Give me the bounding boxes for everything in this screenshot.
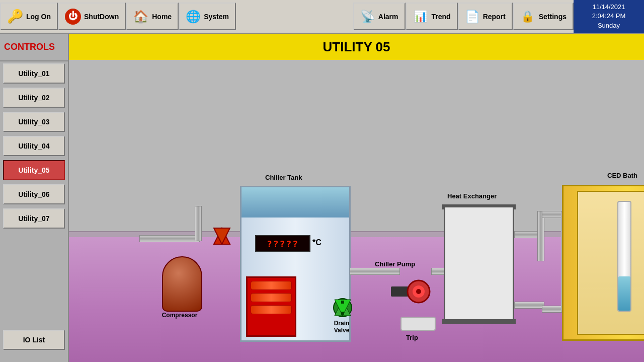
ced-bath-inner — [577, 191, 644, 335]
shutdown-icon: ⏻ — [65, 9, 81, 25]
sidebar: CONTROLS Utility_01 Utility_02 Utility_0… — [0, 34, 69, 362]
valve-red[interactable] — [213, 227, 231, 245]
logon-button[interactable]: 🔑 Log On — [0, 3, 58, 30]
diagram-area: Compressor ????? *C Chiller Tank — [69, 60, 644, 362]
trend-icon: 📊 — [413, 9, 429, 25]
logon-label: Log On — [26, 13, 51, 21]
heat-exchanger-frame — [444, 206, 514, 322]
chiller-temp-display: ????? — [255, 235, 310, 252]
datetime-display: 11/14/2021 2:04:24 PM Sunday — [574, 0, 644, 33]
date-display: 11/14/2021 — [580, 3, 638, 12]
svg-point-11 — [416, 289, 421, 294]
shutdown-button[interactable]: ⏻ ShutDown — [58, 3, 126, 30]
compressor-body — [162, 256, 202, 312]
chiller-pump[interactable] — [391, 276, 431, 307]
floor-background — [69, 231, 644, 362]
compressor-label: Compressor — [152, 312, 207, 319]
time-display: 2:04:24 PM — [580, 12, 638, 21]
pipe-left-horizontal — [139, 235, 200, 242]
trend-label: Trend — [432, 13, 451, 21]
system-icon: 🌐 — [186, 10, 201, 24]
settings-icon: 🔒 — [520, 9, 536, 25]
coil-bar-2 — [251, 293, 292, 302]
system-label: System — [204, 13, 229, 21]
sidebar-item-utility01[interactable]: Utility_01 — [3, 63, 65, 84]
toolbar: 🔑 Log On ⏻ ShutDown 🏠 Home 🌐 System 📡 Al… — [0, 0, 644, 34]
home-button[interactable]: 🏠 Home — [126, 3, 179, 30]
coil-bar-3 — [251, 305, 292, 314]
home-icon: 🏠 — [133, 9, 149, 25]
report-button[interactable]: 📄 Report — [458, 3, 513, 30]
day-display: Sunday — [580, 21, 638, 30]
sidebar-item-utility07[interactable]: Utility_07 — [3, 208, 65, 229]
shutdown-label: ShutDown — [84, 13, 119, 21]
pipe-he-right-bot — [514, 302, 544, 309]
ced-bath-fluid — [618, 276, 630, 311]
logon-icon: 🔑 — [7, 9, 23, 24]
trend-button[interactable]: 📊 Trend — [406, 3, 458, 30]
sidebar-item-utility06[interactable]: Utility_06 — [3, 184, 65, 204]
system-button[interactable]: 🌐 System — [179, 3, 236, 30]
pipe-left-vertical — [195, 206, 202, 241]
svg-rect-7 — [341, 312, 344, 315]
ced-bath-label: CED Bath — [607, 172, 637, 179]
chiller-temp-unit: *C — [312, 238, 321, 247]
chiller-tank-label: Chiller Tank — [265, 174, 302, 181]
pipe-chiller-pump — [350, 268, 400, 275]
alarm-icon: 📡 — [360, 10, 375, 24]
heat-exchanger-label: Heat Exchanger — [447, 192, 497, 200]
settings-button[interactable]: 🔒 Settings — [513, 3, 574, 30]
settings-label: Settings — [539, 13, 567, 21]
sidebar-item-utility04[interactable]: Utility_04 — [3, 136, 65, 156]
he-support-bot — [442, 319, 516, 324]
sidebar-item-utility02[interactable]: Utility_02 — [3, 88, 65, 108]
chiller-tank-water — [242, 187, 349, 218]
controls-label: CONTROLS — [4, 42, 55, 52]
page-title: UTILITY 05 — [69, 34, 644, 60]
chiller-coils — [246, 276, 296, 337]
sidebar-item-utility03[interactable]: Utility_03 — [3, 112, 65, 132]
report-icon: 📄 — [465, 10, 480, 24]
content-area: UTILITY 05 Compressor ??? — [69, 34, 644, 362]
controls-header: CONTROLS — [0, 34, 68, 61]
drain-valve[interactable] — [332, 297, 354, 319]
report-label: Report — [483, 13, 506, 21]
svg-rect-6 — [341, 301, 344, 304]
trip-badge — [400, 317, 436, 331]
alarm-button[interactable]: 📡 Alarm — [353, 3, 406, 30]
main-layout: CONTROLS Utility_01 Utility_02 Utility_0… — [0, 34, 644, 362]
coil-bar-1 — [251, 281, 292, 290]
sidebar-item-utility05[interactable]: Utility_05 — [3, 160, 65, 180]
trip-label: Trip — [406, 334, 418, 341]
home-label: Home — [152, 13, 172, 21]
chiller-pump-label: Chiller Pump — [375, 260, 415, 268]
pipe-he-right-vert — [537, 211, 544, 261]
drain-valve-label: Drain Valve — [327, 320, 357, 334]
sidebar-item-io-list[interactable]: IO List — [3, 330, 65, 350]
alarm-label: Alarm — [378, 13, 398, 21]
